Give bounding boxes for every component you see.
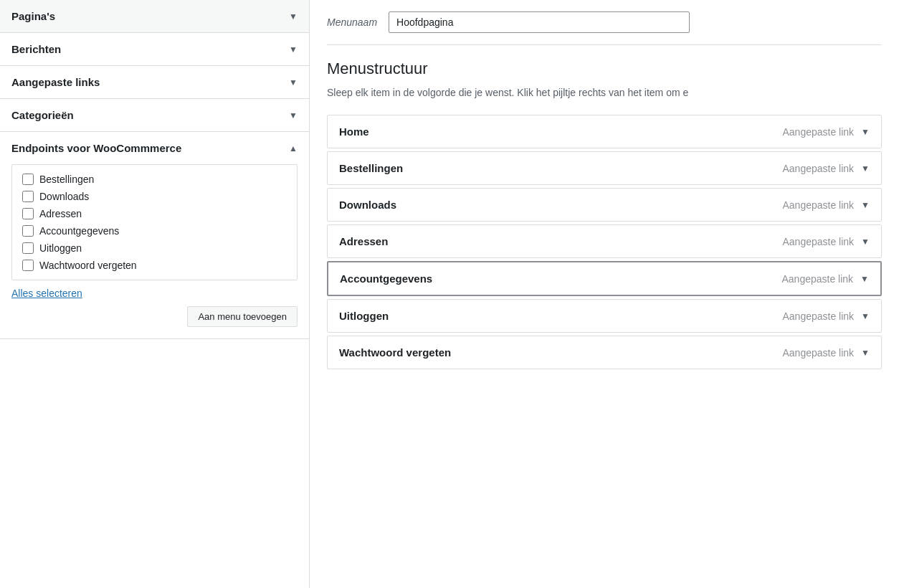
checkbox-label-cb-bestellingen: Bestellingen [39,174,94,185]
section-title: Menustructuur [327,60,882,78]
chevron-icon-berichten: ▼ [289,44,298,54]
accordion-content-endpoints: BestellingenDownloadsAdressenAccountgege… [0,164,309,338]
checkbox-cb-uitloggen[interactable] [22,242,34,254]
chevron-icon-paginas: ▼ [289,11,298,22]
chevron-down-icon-home[interactable]: ▼ [861,127,870,137]
accordion-item-aangepaste-links: Aangepaste links▼ [0,66,309,99]
checkbox-item-cb-uitloggen[interactable]: Uitloggen [22,242,287,254]
accordion-header-aangepaste-links[interactable]: Aangepaste links▼ [0,66,309,98]
menu-item-right-uitloggen: Aangepaste link▼ [782,310,870,322]
menu-item-right-adressen: Aangepaste link▼ [782,236,870,247]
accordion-header-berichten[interactable]: Berichten▼ [0,33,309,65]
menu-item-right-home: Aangepaste link▼ [782,126,870,138]
accordion-label-berichten: Berichten [11,43,61,55]
accordion-label-aangepaste-links: Aangepaste links [11,76,100,88]
accordion-header-categorieen[interactable]: Categorieën▼ [0,99,309,131]
menu-item-type-adressen: Aangepaste link [782,236,854,247]
menu-name-label: Menunaam [327,16,377,28]
checkbox-item-cb-adressen[interactable]: Adressen [22,208,287,219]
right-panel: Menunaam Menustructuur Sleep elk item in… [310,0,899,588]
menu-item-label-adressen: Adressen [339,235,388,247]
menu-item-right-downloads: Aangepaste link▼ [782,199,870,211]
menu-item-right-accountgegevens: Aangepaste link▼ [781,273,869,285]
accordion-label-paginas: Pagina's [11,10,55,22]
chevron-down-icon-adressen[interactable]: ▼ [861,237,870,247]
menu-item-type-accountgegevens: Aangepaste link [781,273,853,285]
accordion-label-categorieen: Categorieën [11,109,74,121]
menu-item-label-accountgegevens: Accountgegevens [340,272,432,285]
checkbox-label-cb-downloads: Downloads [39,191,89,202]
chevron-icon-endpoints: ▲ [289,143,298,153]
accordion-item-paginas: Pagina's▼ [0,0,309,33]
menu-item-wachtwoord-vergeten[interactable]: Wachtwoord vergetenAangepaste link▼ [327,336,882,369]
alles-selecteren-link[interactable]: Alles selecteren [11,288,298,299]
menu-item-type-bestellingen: Aangepaste link [782,163,854,174]
menu-item-label-home: Home [339,125,369,138]
menu-item-type-home: Aangepaste link [782,126,854,138]
section-desc: Sleep elk item in de volgorde die je wen… [327,85,882,100]
checkbox-label-cb-uitloggen: Uitloggen [39,242,82,254]
chevron-icon-categorieen: ▼ [289,110,298,120]
menu-name-row: Menunaam [327,0,882,45]
checkbox-cb-downloads[interactable] [22,191,34,202]
menu-items-list: HomeAangepaste link▼BestellingenAangepas… [327,115,882,369]
chevron-down-icon-accountgegevens[interactable]: ▼ [860,274,869,284]
menu-item-label-downloads: Downloads [339,199,396,211]
checkbox-item-cb-downloads[interactable]: Downloads [22,191,287,202]
left-panel: Pagina's▼Berichten▼Aangepaste links▼Cate… [0,0,310,588]
checkbox-label-cb-accountgegevens: Accountgegevens [39,225,119,237]
chevron-down-icon-downloads[interactable]: ▼ [861,200,870,210]
checkbox-cb-accountgegevens[interactable] [22,225,34,237]
accordion-item-berichten: Berichten▼ [0,33,309,66]
endpoints-checkbox-list: BestellingenDownloadsAdressenAccountgege… [11,164,298,280]
menu-item-label-bestellingen: Bestellingen [339,162,403,174]
checkbox-cb-bestellingen[interactable] [22,174,34,185]
menu-item-label-wachtwoord-vergeten: Wachtwoord vergeten [339,346,451,359]
chevron-down-icon-uitloggen[interactable]: ▼ [861,311,870,321]
chevron-down-icon-wachtwoord-vergeten[interactable]: ▼ [861,348,870,358]
menu-item-uitloggen[interactable]: UitloggenAangepaste link▼ [327,299,882,333]
menu-item-accountgegevens[interactable]: AccountgegevensAangepaste link▼ [327,261,882,296]
menu-item-right-bestellingen: Aangepaste link▼ [782,163,870,174]
menu-item-bestellingen[interactable]: BestellingenAangepaste link▼ [327,151,882,185]
chevron-icon-aangepaste-links: ▼ [289,77,298,87]
accordion-header-endpoints[interactable]: Endpoints voor WooCommmerce▲ [0,132,309,164]
accordion-label-endpoints: Endpoints voor WooCommmerce [11,142,181,154]
accordion-item-categorieen: Categorieën▼ [0,99,309,132]
menu-item-adressen[interactable]: AdressenAangepaste link▼ [327,224,882,258]
menu-item-type-uitloggen: Aangepaste link [782,310,854,322]
checkbox-label-cb-adressen: Adressen [39,208,82,219]
menu-name-input[interactable] [389,11,690,33]
menu-item-label-uitloggen: Uitloggen [339,310,389,322]
add-to-menu-button[interactable]: Aan menu toevoegen [187,306,298,327]
checkbox-cb-wachtwoord[interactable] [22,260,34,271]
menu-item-type-wachtwoord-vergeten: Aangepaste link [782,347,854,359]
chevron-down-icon-bestellingen[interactable]: ▼ [861,163,870,174]
checkbox-label-cb-wachtwoord: Wachtwoord vergeten [39,260,137,271]
menu-item-downloads[interactable]: DownloadsAangepaste link▼ [327,188,882,222]
accordion-item-endpoints: Endpoints voor WooCommmerce▲Bestellingen… [0,132,309,339]
menu-item-right-wachtwoord-vergeten: Aangepaste link▼ [782,347,870,359]
checkbox-cb-adressen[interactable] [22,208,34,219]
menu-item-type-downloads: Aangepaste link [782,199,854,211]
checkbox-item-cb-wachtwoord[interactable]: Wachtwoord vergeten [22,260,287,271]
checkbox-item-cb-bestellingen[interactable]: Bestellingen [22,174,287,185]
accordion-header-paginas[interactable]: Pagina's▼ [0,0,309,32]
menu-item-home[interactable]: HomeAangepaste link▼ [327,115,882,148]
checkbox-item-cb-accountgegevens[interactable]: Accountgegevens [22,225,287,237]
accordion-list: Pagina's▼Berichten▼Aangepaste links▼Cate… [0,0,309,339]
